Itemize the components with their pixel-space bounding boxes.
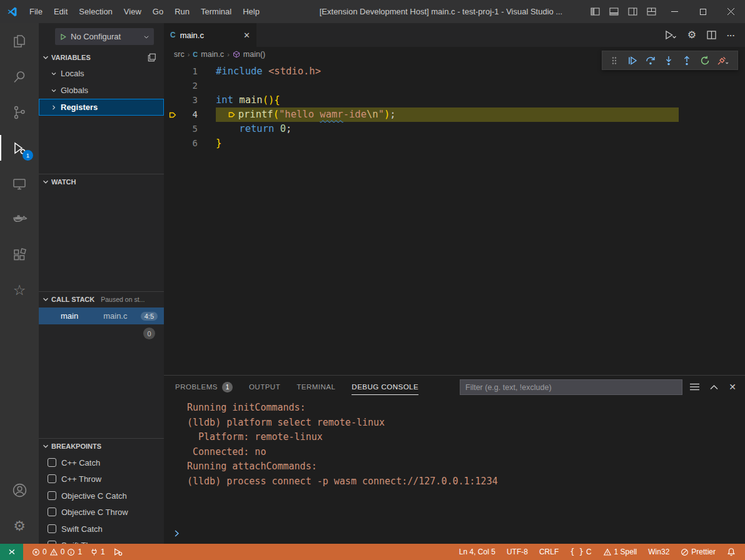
platform-indicator[interactable]: Win32 (645, 544, 672, 560)
account-icon[interactable] (0, 472, 39, 508)
console-options-icon[interactable] (690, 383, 699, 391)
variables-item-globals[interactable]: Globals (39, 82, 164, 99)
checkbox[interactable] (48, 524, 56, 533)
toggle-sidebar-icon[interactable] (585, 0, 604, 23)
close-panel-icon[interactable]: ✕ (729, 382, 736, 392)
notifications-bell[interactable] (724, 544, 739, 560)
menu-run[interactable]: Run (169, 0, 195, 23)
menu-edit[interactable]: Edit (48, 0, 73, 23)
chevron-down-icon (50, 87, 58, 94)
tab-terminal[interactable]: TERMINAL (296, 376, 335, 398)
formatter-status[interactable]: Prettier (677, 544, 719, 560)
callstack-zero-badge: 0 (143, 328, 155, 339)
debug-status[interactable] (110, 544, 126, 560)
collapse-all-icon[interactable] (148, 53, 156, 62)
minimize-button[interactable] (661, 0, 689, 23)
variables-item-registers[interactable]: Registers (39, 99, 164, 116)
frame-position-badge: 4:5 (141, 312, 158, 321)
tab-main-c[interactable]: C main.c ✕ (164, 23, 256, 47)
menu-file[interactable]: File (24, 0, 48, 23)
current-stackframe-icon[interactable] (164, 111, 181, 119)
maximize-panel-icon[interactable] (710, 384, 718, 390)
info-icon (67, 548, 75, 556)
language-mode[interactable]: { } C (567, 544, 594, 560)
toolbar-grip[interactable] (605, 51, 623, 69)
explorer-icon[interactable] (0, 23, 39, 59)
variables-section-header[interactable]: VARIABLES (39, 50, 164, 65)
cursor-position[interactable]: Ln 4, Col 5 (456, 544, 499, 560)
close-window-button[interactable] (717, 0, 745, 23)
titlebar: File Edit Selection View Go Run Terminal… (0, 0, 745, 23)
close-tab-icon[interactable]: ✕ (243, 31, 250, 40)
chevron-right-icon: › (188, 51, 190, 58)
remote-explorer-icon[interactable] (0, 166, 39, 201)
breakpoint-swift-catch[interactable]: Swift Catch (39, 521, 164, 537)
checkbox[interactable] (48, 458, 56, 467)
step-out-icon[interactable] (677, 51, 696, 69)
callstack-frame-row[interactable]: main main.c 4:5 (39, 308, 164, 324)
checkbox[interactable] (48, 491, 56, 500)
menu-selection[interactable]: Selection (73, 0, 118, 23)
breadcrumb-file[interactable]: main.c (201, 50, 224, 59)
tab-problems[interactable]: PROBLEMS 1 (175, 376, 233, 398)
restart-icon[interactable] (696, 51, 714, 69)
status-bar: 0 0 1 1 Ln 4, Col 5 UTF-8 CRLF { } C 1 S… (0, 544, 745, 560)
activity-bar: 1 ☆ ⚙ (0, 23, 39, 544)
eol-indicator[interactable]: CRLF (536, 544, 562, 560)
breakpoint-cpp-catch[interactable]: C++ Catch (39, 454, 164, 471)
source-control-icon[interactable] (0, 94, 39, 130)
extensions-icon[interactable] (0, 237, 39, 272)
menu-terminal[interactable]: Terminal (195, 0, 237, 23)
breakpoint-objc-throw[interactable]: Objective C Throw (39, 504, 164, 520)
console-line: (lldb) platform select remote-linux (187, 416, 732, 431)
disconnect-icon[interactable] (714, 51, 732, 69)
chevron-down-icon (41, 178, 50, 186)
maximize-button[interactable] (689, 0, 717, 23)
c-file-icon: C (193, 51, 198, 58)
breakpoints-section-header[interactable]: BREAKPOINTS (39, 438, 164, 453)
console-input-prompt[interactable] (173, 529, 181, 538)
marketplace-star-icon[interactable]: ☆ (0, 272, 39, 308)
callstack-section-header[interactable]: CALL STACK Paused on st... (39, 291, 164, 306)
encoding-indicator[interactable]: UTF-8 (504, 544, 531, 560)
run-or-debug-icon[interactable] (664, 30, 677, 40)
spell-checker-status[interactable]: 1 Spell (600, 544, 641, 560)
editor-settings-gear-icon[interactable]: ⚙ (687, 30, 696, 40)
code-editor[interactable]: 1 #include <stdio.h> 2 3 int main(){ 4 p… (164, 61, 745, 375)
debug-config-dropdown[interactable]: No Configurat (55, 28, 154, 45)
checkbox[interactable] (48, 508, 56, 516)
window-controls (585, 0, 745, 23)
more-actions-icon[interactable]: ··· (727, 31, 735, 40)
menu-view[interactable]: View (118, 0, 147, 23)
start-debug-icon (59, 33, 67, 41)
ports-status[interactable]: 1 (87, 544, 108, 560)
toggle-secondary-sidebar-icon[interactable] (623, 0, 642, 23)
menu-help[interactable]: Help (237, 0, 265, 23)
variables-item-locals[interactable]: Locals (39, 65, 164, 82)
search-icon[interactable] (0, 59, 39, 94)
breadcrumb-folder[interactable]: src (174, 50, 185, 59)
menu-go[interactable]: Go (147, 0, 169, 23)
settings-gear-icon[interactable]: ⚙ (0, 508, 39, 544)
toggle-panel-icon[interactable] (604, 0, 623, 23)
step-over-icon[interactable] (641, 51, 659, 69)
code-line-5: 5 return 0; (164, 122, 745, 136)
tab-debug-console[interactable]: DEBUG CONSOLE (352, 376, 418, 398)
watch-section-header[interactable]: WATCH (39, 174, 164, 189)
problems-status[interactable]: 0 0 1 (29, 544, 85, 560)
run-and-debug-icon[interactable]: 1 (0, 130, 39, 166)
checkbox[interactable] (48, 474, 56, 483)
breakpoint-cpp-throw[interactable]: C++ Throw (39, 471, 164, 487)
split-editor-icon[interactable] (707, 31, 716, 39)
customize-layout-icon[interactable] (642, 0, 661, 23)
step-into-icon[interactable] (659, 51, 677, 69)
docker-icon[interactable] (0, 201, 39, 237)
continue-icon[interactable] (623, 51, 641, 69)
tab-output[interactable]: OUTPUT (249, 376, 280, 398)
breakpoint-objc-catch[interactable]: Objective C Catch (39, 488, 164, 504)
breadcrumb-symbol[interactable]: main() (243, 50, 265, 59)
console-filter-input[interactable] (460, 379, 682, 395)
callstack-status: Paused on st... (101, 296, 144, 303)
remote-indicator[interactable] (0, 544, 23, 560)
bottom-panel: PROBLEMS 1 OUTPUT TERMINAL DEBUG CONSOLE… (164, 375, 745, 544)
